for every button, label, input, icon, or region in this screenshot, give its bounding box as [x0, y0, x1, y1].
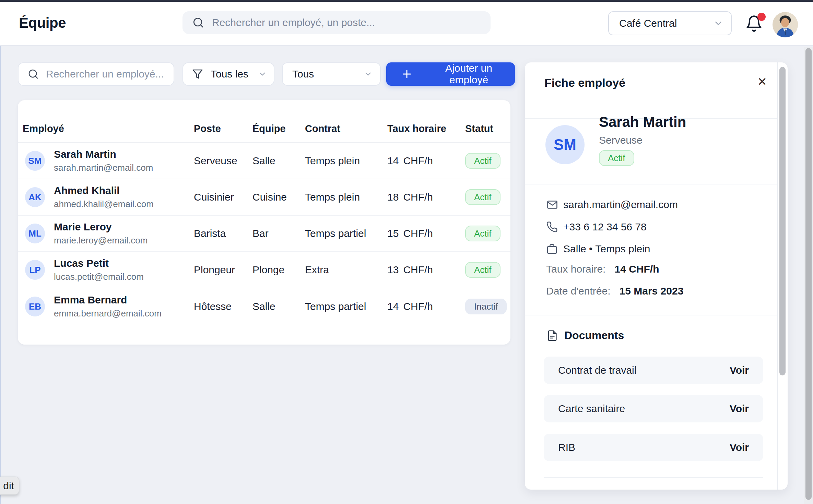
cell-equipe: Plonge: [252, 264, 305, 276]
documents-heading: Documents: [546, 329, 624, 342]
cell-contrat: Extra: [305, 264, 387, 276]
filter-funnel-icon: [192, 69, 203, 80]
panel-scrollbar-thumb[interactable]: [779, 67, 786, 375]
employee-table: Employé Poste Équipe Contrat Taux horair…: [18, 100, 510, 345]
table-row[interactable]: SM Sarah Martin sarah.martin@email.com S…: [18, 143, 510, 179]
cell-equipe: Bar: [252, 228, 305, 239]
chevron-down-icon: [258, 70, 267, 79]
document-icon: [546, 330, 558, 341]
table-row[interactable]: LP Lucas Petit lucas.petit@email.com Plo…: [18, 252, 510, 288]
panel-employee-name: Sarah Martin: [599, 114, 686, 130]
document-view-link[interactable]: Voir: [730, 442, 749, 453]
divider: [544, 477, 763, 478]
team-filter-dropdown[interactable]: Tous: [282, 62, 381, 86]
cell-contrat: Temps partiel: [305, 301, 387, 312]
chevron-down-icon: [713, 18, 723, 28]
detail-label: Date d'entrée:: [546, 285, 611, 297]
cell-taux-value: 15: [387, 228, 399, 239]
contact-team-contract: Salle • Temps plein: [563, 243, 650, 255]
column-header-poste: Poste: [194, 108, 252, 134]
employee-email: ahmed.khalil@email.com: [54, 199, 154, 209]
column-header-statut: Statut: [465, 108, 510, 134]
document-name: Carte sanitaire: [558, 403, 625, 415]
detail-value: 14 CHF/h: [614, 263, 659, 275]
document-row[interactable]: Carte sanitaire Voir: [544, 395, 763, 422]
document-row[interactable]: RIB Voir: [544, 434, 763, 461]
cell-poste: Cuisinier: [194, 191, 252, 203]
contact-email-row: sarah.martin@email.com: [546, 197, 678, 213]
left-edge-strip: [0, 2, 1, 504]
panel-title: Fiche employé: [544, 76, 625, 89]
search-icon: [27, 68, 39, 80]
detail-row-date-entree: Date d'entrée: 15 Mars 2023: [546, 285, 683, 297]
contact-phone-row: +33 6 12 34 56 78: [546, 219, 647, 235]
notification-unread-dot: [757, 13, 766, 21]
global-search-placeholder: Rechercher un employé, un poste...: [212, 17, 375, 28]
panel-employee-role: Serveuse: [599, 134, 643, 146]
status-badge: Actif: [465, 153, 500, 169]
divider: [525, 184, 778, 184]
user-avatar[interactable]: [773, 12, 798, 37]
cell-taux-unit: CHF/h: [403, 191, 433, 203]
team-filter-value: Tous: [292, 68, 314, 80]
document-name: Contrat de travail: [558, 364, 636, 376]
cell-poste: Plongeur: [194, 264, 252, 276]
notifications-button[interactable]: [745, 15, 766, 35]
cell-poste: Serveuse: [194, 155, 252, 167]
cell-contrat: Temps partiel: [305, 228, 387, 239]
status-badge: Actif: [465, 262, 500, 278]
employee-email: lucas.petit@email.com: [54, 272, 144, 282]
briefcase-icon: [546, 243, 560, 255]
employee-email: emma.bernard@email.com: [54, 308, 162, 319]
employee-search-placeholder: Rechercher un employé...: [46, 68, 164, 80]
employee-detail-panel: Fiche employé ✕ SM Sarah Martin Serveuse…: [525, 62, 788, 490]
divider: [525, 315, 778, 315]
table-row[interactable]: ML Marie Leroy marie.leroy@email.com Bar…: [18, 216, 510, 252]
employee-name: Sarah Martin: [54, 148, 153, 160]
app-header: Équipe Rechercher un employé, un poste..…: [0, 2, 813, 46]
cell-taux-unit: CHF/h: [403, 155, 433, 167]
contact-phone: +33 6 12 34 56 78: [563, 221, 647, 233]
cell-taux-value: 13: [387, 264, 399, 276]
table-row[interactable]: AK Ahmed Khalil ahmed.khalil@email.com C…: [18, 179, 510, 216]
phone-icon: [546, 221, 560, 233]
global-search-input[interactable]: Rechercher un employé, un poste...: [182, 11, 491, 34]
employee-name: Emma Bernard: [54, 294, 162, 306]
detail-row-taux: Taux horaire: 14 CHF/h: [546, 263, 659, 275]
document-row[interactable]: Contrat de travail Voir: [544, 357, 763, 384]
document-view-link[interactable]: Voir: [730, 364, 749, 376]
close-icon[interactable]: ✕: [754, 73, 770, 90]
column-header-contrat: Contrat: [305, 108, 387, 134]
employee-name: Lucas Petit: [54, 257, 144, 269]
cell-taux-value: 14: [387, 301, 399, 312]
partial-edit-button[interactable]: dit: [0, 477, 19, 495]
status-badge: Inactif: [465, 299, 507, 314]
status-badge: Actif: [465, 189, 500, 205]
add-employee-label: Ajouter un employé: [425, 62, 513, 86]
mail-icon: [546, 199, 560, 211]
cell-taux-unit: CHF/h: [403, 228, 433, 239]
location-selector[interactable]: Café Central: [608, 11, 732, 35]
role-filter-value: Tous les: [211, 68, 248, 80]
cell-equipe: Salle: [252, 155, 305, 167]
role-filter-dropdown[interactable]: Tous les: [182, 62, 274, 86]
employee-email: marie.leroy@email.com: [54, 235, 148, 246]
employee-search-input[interactable]: Rechercher un employé...: [18, 62, 174, 86]
cell-contrat: Temps plein: [305, 155, 387, 167]
partial-edit-label: dit: [3, 480, 14, 492]
employee-email: sarah.martin@email.com: [54, 163, 153, 173]
document-name: RIB: [558, 442, 575, 453]
employee-initials-avatar: SM: [25, 151, 45, 171]
page-scrollbar-thumb[interactable]: [805, 48, 812, 500]
cell-taux-unit: CHF/h: [403, 301, 433, 312]
employee-initials-avatar: ML: [25, 224, 45, 243]
employee-name: Marie Leroy: [54, 221, 148, 233]
add-employee-button[interactable]: Ajouter un employé: [386, 62, 515, 86]
team-management-app: Équipe Rechercher un employé, un poste..…: [0, 0, 813, 504]
document-view-link[interactable]: Voir: [730, 403, 749, 415]
detail-value: 15 Mars 2023: [620, 285, 684, 297]
plus-icon: [401, 68, 413, 80]
column-header-equipe: Équipe: [252, 108, 305, 134]
table-row[interactable]: EB Emma Bernard emma.bernard@email.com H…: [18, 288, 510, 325]
cell-taux-value: 14: [387, 155, 399, 167]
